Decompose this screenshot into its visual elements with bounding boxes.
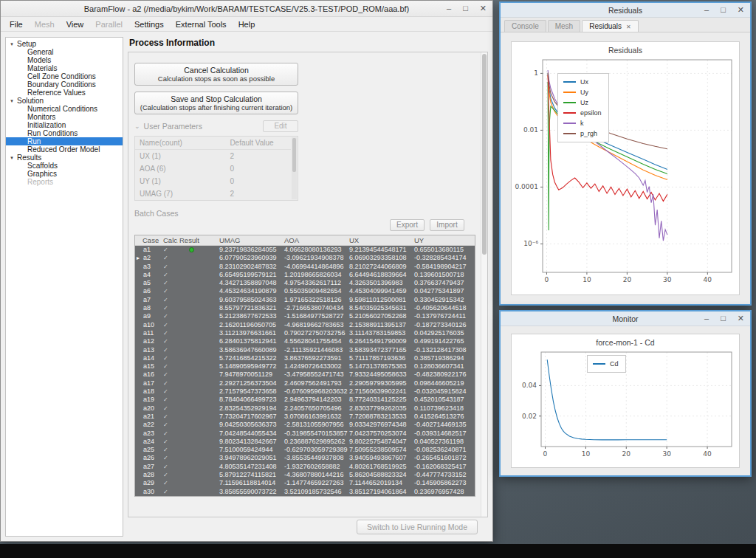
tree-section-setup[interactable]: ▾Setup — [6, 40, 123, 48]
calc-check-icon[interactable]: ✓ — [162, 454, 178, 462]
calc-check-icon[interactable]: ✓ — [162, 463, 178, 471]
column-header-result[interactable]: Result — [178, 235, 218, 245]
collapse-arrow-icon[interactable]: ▾ — [9, 40, 15, 48]
scrollbar-thumb[interactable] — [292, 138, 296, 172]
calc-check-icon[interactable]: ✓ — [162, 263, 178, 271]
tab-mesh[interactable]: Mesh — [548, 20, 580, 32]
tree-item-scaffolds[interactable]: Scaffolds — [6, 162, 123, 170]
save-and-stop-button[interactable]: Save and Stop Calculation (Calculation s… — [134, 92, 298, 114]
menu-help[interactable]: Help — [233, 18, 261, 30]
tree-item-reference-values[interactable]: Reference Values — [6, 89, 123, 97]
batch-case-row-a18[interactable]: a18✓2.71579547373658-0.6760959682036322.… — [135, 388, 475, 396]
calc-check-icon[interactable]: ✓ — [162, 388, 178, 396]
chevron-down-icon[interactable]: ⌄ — [134, 123, 140, 130]
parameter-row-ux-1[interactable]: UX (1)2 — [135, 150, 291, 162]
minimize-icon[interactable]: – — [447, 4, 451, 13]
maximize-icon[interactable]: □ — [463, 4, 468, 13]
main-titlebar[interactable]: BaramFlow - a2 (/media/bykim/Work/BARAM/… — [1, 1, 492, 17]
batch-case-row-a14[interactable]: a14✓5.724168542153223.863765922735915.71… — [135, 354, 475, 362]
batch-case-row-a17[interactable]: a17✓2.292712563735042.460975624917932.29… — [135, 379, 475, 388]
batch-case-row-a10[interactable]: a10✓2.16201196050705-4.968196627836532.1… — [135, 321, 475, 329]
batch-case-row-a8[interactable]: a8✓8.55797721836321-2.716653807404348.54… — [135, 304, 475, 312]
column-header-uy[interactable]: UY — [413, 235, 475, 245]
batch-case-row-a26[interactable]: a26✓3.94978962029051-3.855354499378083.9… — [135, 454, 475, 462]
export-button[interactable]: Export — [390, 219, 425, 231]
calc-check-icon[interactable]: ✓ — [162, 421, 178, 429]
calc-check-icon[interactable]: ✓ — [162, 379, 178, 388]
calc-check-icon[interactable]: ✓ — [162, 304, 178, 312]
calc-check-icon[interactable]: ✓ — [162, 287, 178, 295]
batch-case-row-a5[interactable]: a5✓4.342713588970484.975433626171124.326… — [135, 279, 475, 287]
menu-settings[interactable]: Settings — [128, 18, 170, 30]
tree-section-solution[interactable]: ▾Solution — [6, 97, 123, 105]
batch-case-row-a15[interactable]: a15✓5.148905959497721.424907264330025.14… — [135, 362, 475, 371]
switch-live-mode-button[interactable]: Switch to Live Running Mode — [357, 520, 478, 534]
calc-check-icon[interactable]: ✓ — [162, 371, 178, 379]
batch-table-body[interactable]: a1✓9.237198362840554.066280801362939.213… — [135, 246, 475, 496]
calc-check-icon[interactable]: ✓ — [162, 362, 178, 371]
calc-check-icon[interactable]: ✓ — [162, 246, 178, 254]
batch-case-row-a3[interactable]: a3✓8.23102902487832-4.069944148648968.21… — [135, 263, 475, 271]
batch-case-row-a20[interactable]: a20✓2.832543529291942.240576507054962.83… — [135, 404, 475, 413]
scrollbar-thumb[interactable] — [482, 54, 487, 255]
minimize-icon[interactable]: – — [704, 6, 709, 14]
tree-item-run-conditions[interactable]: Run Conditions — [6, 129, 123, 137]
parameter-row-umag-7[interactable]: UMAG (7)2 — [135, 187, 291, 200]
calc-check-icon[interactable]: ✓ — [162, 430, 178, 438]
tab-console[interactable]: Console — [504, 20, 546, 32]
column-header-aoa[interactable]: AOA — [283, 235, 348, 245]
cancel-calculation-button[interactable]: Cancel Calculation Calculation stops as … — [134, 63, 298, 86]
batch-case-row-a4[interactable]: a4✓6.654951995791211.201986658260346.644… — [135, 271, 475, 279]
batch-case-row-a23[interactable]: a23✓7.04248544055434-0.3198554701538577.… — [135, 430, 475, 438]
column-header-calc[interactable]: Calc. — [162, 235, 178, 245]
close-icon[interactable]: ✕ — [738, 314, 744, 323]
calc-check-icon[interactable]: ✓ — [162, 321, 178, 329]
tree-item-models[interactable]: Models — [6, 56, 123, 64]
column-header-ux[interactable]: UX — [348, 235, 413, 245]
tree-section-results[interactable]: ▾Results — [6, 154, 123, 162]
batch-case-row-a7[interactable]: a7✓9.603795850243631.971653225181269.598… — [135, 296, 475, 304]
collapse-arrow-icon[interactable]: ▾ — [9, 154, 15, 162]
monitor-titlebar[interactable]: Monitor – □ ✕ — [501, 311, 750, 326]
residuals-titlebar[interactable]: Residuals – □ ✕ — [501, 3, 750, 18]
batch-case-row-a27[interactable]: a27✓4.80535147231408-1.93276026588824.80… — [135, 463, 475, 471]
batch-case-row-a28[interactable]: a28✓5.87912274115821-4.368078801442165.8… — [135, 471, 475, 479]
calc-check-icon[interactable]: ✓ — [162, 337, 178, 345]
maximize-icon[interactable]: □ — [721, 314, 726, 323]
column-header-umag[interactable]: UMAG — [218, 235, 283, 245]
batch-case-row-a19[interactable]: a19✓8.784040664997232.949637941422038.77… — [135, 396, 475, 404]
edit-button[interactable]: Edit — [263, 120, 298, 132]
calc-check-icon[interactable]: ✓ — [162, 396, 178, 404]
tree-item-reduced-order-model[interactable]: Reduced Order Model — [6, 145, 123, 154]
calc-check-icon[interactable]: ✓ — [162, 271, 178, 279]
menu-view[interactable]: View — [61, 18, 90, 30]
menu-file[interactable]: File — [4, 18, 29, 30]
batch-case-row-a1[interactable]: a1✓9.237198362840554.066280801362939.213… — [135, 246, 475, 254]
minimize-icon[interactable]: – — [704, 314, 709, 323]
calc-check-icon[interactable]: ✓ — [162, 413, 178, 421]
import-button[interactable]: Import — [430, 219, 464, 231]
batch-case-row-a25[interactable]: a25✓7.5100059424944-0.6297030597293897.5… — [135, 446, 475, 454]
tab-close-icon[interactable]: ✕ — [626, 24, 631, 30]
collapse-arrow-icon[interactable]: ▾ — [9, 97, 15, 105]
calc-check-icon[interactable]: ✓ — [162, 479, 178, 487]
batch-case-row-a13[interactable]: a13✓3.58636947660089-2.111359214460833.5… — [135, 346, 475, 354]
batch-case-row-a9[interactable]: a9✓5.21238677672533-1.516849775287275.21… — [135, 312, 475, 320]
tree-item-reports[interactable]: Reports — [6, 178, 123, 186]
calc-check-icon[interactable]: ✓ — [162, 329, 178, 337]
column-header-case[interactable]: Case — [135, 235, 162, 245]
tree-item-initialization[interactable]: Initialization — [6, 121, 123, 129]
parameter-row-uy-1[interactable]: UY (1)0 — [135, 175, 291, 187]
batch-case-row-a16[interactable]: a16✓7.9478970051129-3.479585524717437.93… — [135, 371, 475, 379]
content-scrollbar[interactable] — [481, 52, 487, 517]
calc-check-icon[interactable]: ✓ — [162, 296, 178, 304]
batch-case-row-a12[interactable]: a12✓6.284013758129414.556280417554546.26… — [135, 337, 475, 345]
calc-check-icon[interactable]: ✓ — [162, 471, 178, 479]
user-parameters-scrollbar[interactable] — [292, 137, 297, 199]
calc-check-icon[interactable]: ✓ — [162, 354, 178, 362]
tree-item-boundary-conditions[interactable]: Boundary Conditions — [6, 80, 123, 89]
close-icon[interactable]: ✕ — [480, 4, 487, 13]
parameter-row-aoa-6[interactable]: AOA (6)0 — [135, 162, 291, 175]
batch-case-row-a2[interactable]: ▸a2✓6.07790523960939-3.096219349083786.0… — [135, 254, 475, 262]
batch-case-row-a24[interactable]: a24✓9.802341328426670.2368876298952629.8… — [135, 438, 475, 446]
